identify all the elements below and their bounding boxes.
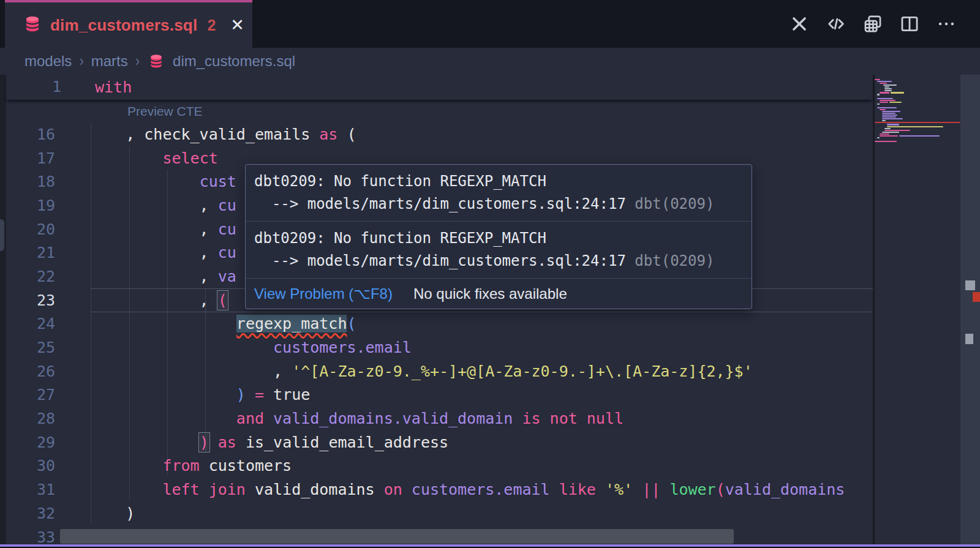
vertical-scrollbar[interactable] (960, 75, 980, 548)
line-text: ) = true (55, 386, 310, 403)
minimap-line (882, 113, 895, 114)
code-token: ( (218, 291, 227, 309)
code-token: ( (347, 315, 356, 332)
line-number: 28 (0, 410, 55, 427)
code-line-27[interactable]: 27 ) = true (0, 383, 873, 407)
tab-dim-customers[interactable]: dim_customers.sql 2 ✕ (5, 0, 252, 48)
minimap-line (880, 83, 887, 84)
code-token: like (559, 481, 596, 498)
code-token: || (642, 481, 660, 498)
problem-entry: dbt0209: No function REGEXP_MATCH --> mo… (246, 222, 752, 278)
line-text: and valid_domains.valid_domain is not nu… (55, 410, 624, 427)
breadcrumb-models[interactable]: models (24, 53, 72, 70)
code-token: cu (218, 197, 236, 214)
minimap-line (880, 135, 898, 137)
sticky-scroll-line[interactable]: 1 with (6, 75, 873, 100)
chevron-right-icon: › (135, 52, 140, 70)
problem-source: dbt(0209) (635, 252, 714, 269)
code-token (264, 386, 273, 403)
overview-mark (965, 280, 975, 290)
minimap-line (882, 132, 899, 133)
code-token (89, 481, 162, 498)
minimap-line (884, 130, 910, 131)
code-editor[interactable]: 1 with Preview CTE 16 , check_valid_emai… (0, 75, 980, 548)
code-line-29[interactable]: 29 ) as is_valid_email_address (0, 430, 873, 454)
code-token: , (89, 291, 218, 309)
minimap-line (882, 114, 897, 116)
code-token (236, 434, 246, 451)
preview-results-icon[interactable] (862, 13, 883, 34)
code-token: select (162, 149, 217, 167)
no-quick-fixes-label: No quick fixes available (413, 285, 567, 302)
code-token: ) (126, 505, 135, 522)
split-editor-icon[interactable] (899, 13, 920, 34)
minimap-line (875, 79, 880, 80)
minimap-line (887, 124, 899, 125)
problem-location: --> models/marts/dim_customers.sql:24:17 (254, 195, 635, 212)
line-text: regexp_match( (55, 315, 356, 332)
minimap-line (880, 102, 888, 103)
code-line-31[interactable]: 31 left join valid_domains on customers.… (0, 478, 873, 501)
code-token: , (89, 362, 292, 380)
line-text: ) as is_valid_email_address (55, 434, 448, 451)
code-token: ( (337, 126, 356, 143)
code-token (633, 481, 642, 498)
minimap-line (880, 92, 889, 93)
minimap-line (883, 84, 897, 86)
code-line-24[interactable]: 24 regexp_match( (0, 312, 873, 336)
minimap[interactable] (875, 75, 960, 548)
code-token (89, 339, 273, 356)
overview-mark (965, 334, 973, 344)
code-token: regexp_match (236, 315, 347, 332)
minimap-line (891, 92, 904, 93)
code-token: left join (162, 481, 245, 498)
chevron-right-icon: › (79, 52, 83, 70)
code-token: is not null (522, 410, 624, 427)
code-line-30[interactable]: 30 from customers (0, 454, 873, 478)
line-number: 27 (0, 386, 55, 403)
dbt-logo-icon[interactable] (789, 13, 810, 34)
view-problem-link[interactable]: View Problem (⌥F8) (254, 285, 393, 302)
line-number: 17 (0, 149, 55, 167)
code-token (209, 434, 218, 451)
code-token: on (384, 481, 402, 498)
code-token (375, 481, 384, 498)
minimap-line (877, 94, 880, 95)
breadcrumb-marts[interactable]: marts (91, 53, 128, 70)
line-number: 21 (0, 244, 55, 261)
code-token (246, 481, 255, 498)
line-text: , cu (55, 197, 236, 214)
close-icon[interactable]: ✕ (230, 17, 244, 34)
line-text: , '^[A-Za-z0-9._%+-]+@[A-Za-z0-9.-]+\.[A… (55, 362, 753, 380)
code-token: valid_domains (725, 481, 845, 498)
code-token: cu (218, 244, 236, 261)
minimap-line (877, 98, 893, 99)
breadcrumb-file[interactable]: dim_customers.sql (173, 53, 295, 70)
code-token: , (89, 197, 218, 214)
code-line-25[interactable]: 25 customers.email (0, 336, 873, 359)
code-line-16[interactable]: 16 , check_valid_emails as ( (0, 122, 873, 146)
ide-window: dim_customers.sql 2 ✕ (0, 0, 980, 548)
problem-location: --> models/marts/dim_customers.sql:24:17 (254, 252, 635, 269)
preview-cte-codelens[interactable]: Preview CTE (127, 104, 203, 122)
overview-error-mark (973, 292, 980, 302)
code-icon[interactable] (826, 13, 846, 34)
line-number: 22 (0, 268, 55, 285)
tab-bar: dim_customers.sql 2 ✕ (0, 0, 980, 48)
line-text: , ( (55, 291, 227, 309)
code-line-26[interactable]: 26 , '^[A-Za-z0-9._%+-]+@[A-Za-z0-9.-]+\… (0, 359, 873, 383)
line-number: 25 (0, 339, 55, 356)
code-line-28[interactable]: 28 and valid_domains.valid_domain is not… (0, 407, 873, 430)
editor-toolbar (789, 0, 957, 48)
code-token (89, 315, 236, 332)
code-token: with (95, 78, 132, 96)
more-actions-icon[interactable] (936, 13, 957, 34)
code-line-32[interactable]: 32 ) (0, 501, 873, 525)
code-token: = (255, 386, 264, 403)
line-number: 20 (0, 220, 55, 238)
horizontal-scrollbar[interactable] (60, 529, 734, 544)
minimap-line (875, 141, 897, 142)
minimap-line (882, 111, 900, 112)
line-number: 16 (0, 126, 55, 143)
code-token: as (218, 434, 236, 451)
